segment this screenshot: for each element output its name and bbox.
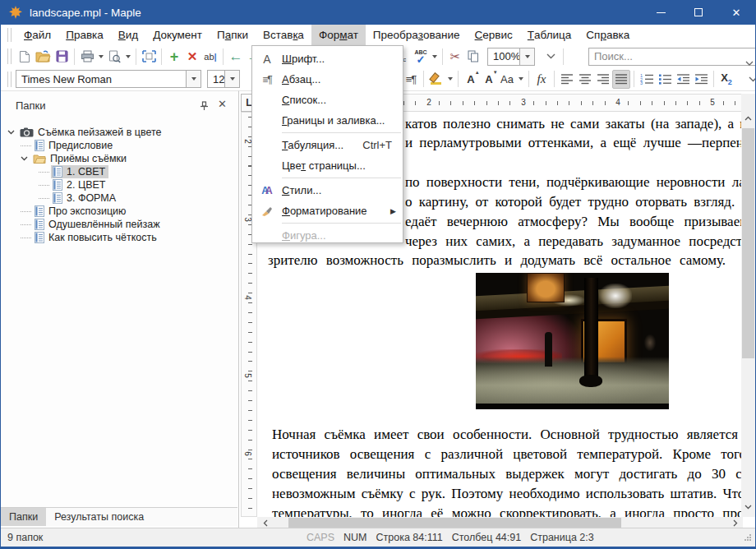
maximize-button[interactable] xyxy=(680,0,717,25)
print-preview-button[interactable] xyxy=(105,47,123,66)
toolbar-grip[interactable] xyxy=(7,48,12,64)
tree-item-root[interactable]: Съёмка пейзажей в цвете xyxy=(1,126,237,139)
tree-item-label: Приёмы съёмки xyxy=(50,153,127,164)
menu-item-borders[interactable]: Границы и заливка... xyxy=(252,110,403,131)
numbered-list-button[interactable]: 123 xyxy=(638,70,656,89)
cut-button[interactable]: ✂ xyxy=(446,47,464,66)
align-center-button[interactable] xyxy=(576,70,594,89)
menu-item-formatting[interactable]: Форматирование ▶ xyxy=(252,201,403,221)
menu-item-tabulation[interactable]: Табуляция... Ctrl+T xyxy=(252,135,403,155)
tree-item-cvet[interactable]: 2. ЦВЕТ xyxy=(1,178,237,191)
menu-table[interactable]: Таблица xyxy=(520,25,579,45)
chevron-down-icon[interactable] xyxy=(7,130,18,135)
grow-font-button[interactable]: A▲ xyxy=(462,70,480,89)
tree-item-priyomy[interactable]: Приёмы съёмки xyxy=(1,152,237,165)
menu-item-font[interactable]: A Шрифт... xyxy=(252,48,403,69)
tree-item-chetkost[interactable]: Как повысить чёткость xyxy=(1,231,237,244)
scroll-right-arrow[interactable] xyxy=(729,517,741,528)
delete-button[interactable]: ✕ xyxy=(183,47,201,66)
spellcheck-dropdown[interactable] xyxy=(430,47,439,66)
shrink-font-button[interactable]: A▼ xyxy=(480,70,498,89)
tab-folders[interactable]: Папки xyxy=(1,508,46,526)
close-button[interactable]: ✕ xyxy=(717,0,755,25)
align-justify-button[interactable] xyxy=(612,70,630,89)
highlight-dropdown[interactable] xyxy=(445,70,454,89)
tab-search-results[interactable]: Результаты поиска xyxy=(46,508,152,526)
menu-format[interactable]: Формат xyxy=(311,25,366,45)
print-dropdown[interactable] xyxy=(96,47,105,66)
minimize-button[interactable] xyxy=(642,0,680,25)
menu-document[interactable]: Документ xyxy=(145,25,210,45)
save-button[interactable] xyxy=(53,47,71,66)
tree-item-label: Съёмка пейзажей в цвете xyxy=(38,127,162,138)
font-name-combo[interactable]: Times New Roman xyxy=(16,70,201,88)
scroll-up-arrow[interactable] xyxy=(741,112,755,125)
tree-item-expo[interactable]: Про экспозицию xyxy=(1,205,237,218)
copy-button[interactable] xyxy=(464,47,482,66)
change-case-dropdown[interactable] xyxy=(516,70,525,89)
scroll-down-arrow[interactable] xyxy=(741,501,755,514)
subscript-button[interactable]: X2 xyxy=(717,70,735,89)
menu-tools[interactable]: Сервис xyxy=(468,25,520,45)
menu-transform[interactable]: Преобразование xyxy=(366,25,468,45)
zoom-value: 100% xyxy=(488,50,519,62)
change-case-button[interactable]: Aa xyxy=(498,70,516,89)
spellcheck-button[interactable]: ABC✓ xyxy=(412,47,430,66)
vertical-scrollbar[interactable] xyxy=(741,94,755,517)
format-menu-popup: A Шрифт... ≡¶ Абзац... Список... Границы… xyxy=(251,45,403,243)
menu-edit[interactable]: Правка xyxy=(58,25,111,45)
add-button[interactable]: + xyxy=(165,47,183,66)
toolbar-overflow-chevron[interactable] xyxy=(744,70,756,89)
menu-file[interactable]: Файл xyxy=(16,25,58,45)
menu-item-list[interactable]: Список... xyxy=(252,90,403,110)
menu-folders[interactable]: Папки xyxy=(210,25,256,45)
night-photo[interactable] xyxy=(476,273,669,409)
menu-view[interactable]: Вид xyxy=(111,25,145,45)
highlight-button[interactable] xyxy=(427,70,445,89)
font-size-dropdown[interactable] xyxy=(224,71,239,87)
print-preview-dropdown[interactable] xyxy=(123,47,132,66)
panel-close-icon[interactable]: ✕ xyxy=(218,98,227,110)
menu-item-page-color[interactable]: Цвет страницы... xyxy=(252,155,403,176)
font-size-combo[interactable]: 12 xyxy=(207,70,240,88)
menu-help[interactable]: Справка xyxy=(579,25,637,45)
back-button[interactable]: ← xyxy=(227,47,245,66)
toolbar-overflow-chevron[interactable] xyxy=(542,47,560,66)
align-right-button[interactable] xyxy=(594,70,612,89)
decrease-indent-button[interactable] xyxy=(674,70,692,89)
tree-item-odush[interactable]: Одушевлённый пейзаж xyxy=(1,218,237,231)
menu-item-styles[interactable]: AA Стили... xyxy=(252,180,403,201)
increase-indent-button[interactable] xyxy=(692,70,710,89)
menubar-grip[interactable] xyxy=(7,28,12,42)
zoom-combo[interactable]: 100% xyxy=(487,48,535,66)
formatting-marks-button[interactable]: ≡¶ xyxy=(402,70,420,89)
new-document-button[interactable] xyxy=(16,47,34,66)
tree-item-svet[interactable]: 1. СВЕТ xyxy=(1,165,237,178)
chevron-down-icon[interactable] xyxy=(21,156,31,161)
bullet-list-button[interactable] xyxy=(656,70,674,89)
align-left-button[interactable] xyxy=(558,70,576,89)
menu-item-paragraph[interactable]: ≡¶ Абзац... xyxy=(252,69,403,90)
frame-export-button[interactable] xyxy=(140,47,158,66)
search-input[interactable] xyxy=(589,48,756,65)
rename-button[interactable]: ab| xyxy=(201,47,219,66)
print-button[interactable] xyxy=(78,47,96,66)
toolbar-grip[interactable] xyxy=(7,72,12,87)
tree-item-forma[interactable]: 3. ФОРМА xyxy=(1,191,237,205)
resize-grip[interactable] xyxy=(744,533,752,544)
separator xyxy=(161,48,162,65)
zoom-dropdown[interactable] xyxy=(519,48,534,65)
open-button[interactable] xyxy=(34,47,53,66)
vertical-scroll-thumb[interactable] xyxy=(742,128,754,358)
text-line: едаёт вечернюю атмосферу? Мы вообще приз… xyxy=(405,214,743,230)
pin-icon[interactable] xyxy=(200,99,209,114)
menu-insert[interactable]: Вставка xyxy=(256,25,311,45)
tree-item-predislovie[interactable]: Предисловие xyxy=(1,139,237,152)
scroll-left-arrow[interactable] xyxy=(259,517,271,528)
horizontal-scroll-thumb[interactable] xyxy=(288,518,621,528)
font-name-dropdown[interactable] xyxy=(186,71,201,87)
horizontal-scrollbar[interactable] xyxy=(257,517,743,528)
separator xyxy=(74,48,75,65)
search-chevron-icon[interactable] xyxy=(745,54,754,69)
formula-button[interactable]: fx xyxy=(532,70,551,89)
